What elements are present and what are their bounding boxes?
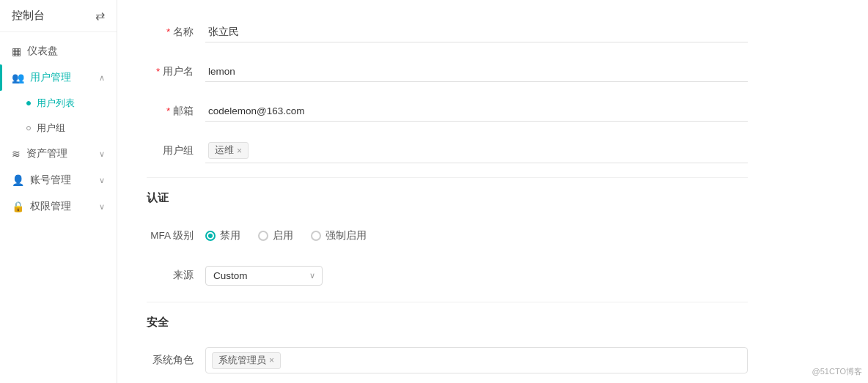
inactive-dot-icon: [26, 126, 31, 130]
sidebar-item-user-management[interactable]: 👥 用户管理 ∧: [0, 64, 117, 91]
mfa-enabled-option[interactable]: 启用: [258, 229, 293, 242]
tag-label: 运维: [215, 144, 234, 157]
radio-disabled-indicator: [205, 231, 216, 241]
mfa-disabled-option[interactable]: 禁用: [205, 229, 240, 242]
radio-force-enabled-indicator: [311, 231, 321, 241]
sidebar-item-label: 权限管理: [30, 200, 71, 213]
mfa-label: MFA 级别: [147, 229, 205, 242]
usergroup-tag-field[interactable]: 运维 ×: [205, 138, 748, 163]
form-container: 名称 用户名 邮箱 用户组 运维 × 认证 M: [117, 0, 777, 383]
chevron-down-icon3: ∨: [99, 202, 105, 212]
sidebar-menu: ▦ 仪表盘 👥 用户管理 ∧ 用户列表 用户组 ≋ 资产管理 ∨ �: [0, 32, 117, 383]
mfa-level-row: MFA 级别 禁用 启用 强制启用: [147, 223, 748, 249]
permission-icon: 🔒: [12, 201, 24, 212]
system-role-tag-field[interactable]: 系统管理员 ×: [205, 347, 748, 373]
role-tag-label: 系统管理员: [218, 354, 266, 367]
users-icon: 👥: [12, 72, 24, 83]
chevron-down-icon2: ∨: [99, 176, 105, 185]
username-input[interactable]: [205, 62, 748, 82]
email-label: 邮箱: [147, 105, 205, 118]
sidebar-item-dashboard[interactable]: ▦ 仪表盘: [0, 38, 117, 64]
dashboard-icon: ▦: [12, 45, 21, 57]
mfa-force-enabled-label: 强制启用: [326, 229, 367, 242]
active-dot-icon: [26, 101, 31, 105]
source-select[interactable]: Custom LDAP AD Radius: [205, 266, 323, 286]
sidebar-toggle-button[interactable]: ⇄: [95, 9, 105, 23]
sidebar-item-user-group[interactable]: 用户组: [0, 116, 117, 141]
sidebar-item-user-list[interactable]: 用户列表: [0, 91, 117, 116]
system-role-label: 系统角色: [147, 354, 205, 367]
name-input[interactable]: [205, 22, 748, 42]
email-input[interactable]: [205, 101, 748, 122]
name-field-row: 名称: [147, 19, 748, 45]
mfa-force-enabled-option[interactable]: 强制启用: [311, 229, 367, 242]
usergroup-label: 用户组: [147, 144, 205, 157]
system-role-tag: 系统管理员 ×: [212, 352, 281, 369]
auth-section-title: 认证: [147, 191, 748, 211]
mfa-disabled-label: 禁用: [220, 229, 240, 242]
sidebar-item-asset-management[interactable]: ≋ 资产管理 ∨: [0, 141, 117, 167]
sidebar-item-label: 仪表盘: [27, 45, 58, 58]
source-select-wrapper: Custom LDAP AD Radius: [205, 266, 323, 286]
chevron-down-icon: ∨: [99, 149, 105, 159]
account-icon: 👤: [12, 174, 24, 186]
username-field-row: 用户名: [147, 59, 748, 85]
asset-icon: ≋: [12, 148, 21, 160]
name-label: 名称: [147, 26, 205, 39]
email-field-row: 邮箱: [147, 98, 748, 124]
security-section-title: 安全: [147, 316, 748, 335]
watermark: @51CTO博客: [812, 366, 862, 377]
system-role-row: 系统角色 系统管理员 ×: [147, 347, 748, 373]
mfa-enabled-label: 启用: [273, 229, 293, 242]
chevron-up-icon: ∧: [99, 73, 105, 83]
usergroup-field-row: 用户组 运维 ×: [147, 138, 748, 164]
section-divider-security: [147, 302, 748, 302]
sidebar: 控制台 ⇄ ▦ 仪表盘 👥 用户管理 ∧ 用户列表 用户组 ≋ 资产管: [0, 0, 117, 383]
user-management-submenu: 用户列表 用户组: [0, 91, 117, 141]
mfa-radio-group: 禁用 启用 强制启用: [205, 229, 367, 242]
main-content: 名称 用户名 邮箱 用户组 运维 × 认证 M: [117, 0, 868, 383]
usergroup-tag: 运维 ×: [208, 142, 249, 159]
sidebar-item-label: 账号管理: [30, 174, 71, 187]
sidebar-item-label: 用户管理: [30, 71, 71, 84]
radio-enabled-indicator: [258, 231, 268, 241]
sub-item-label: 用户组: [37, 122, 65, 135]
sidebar-header: 控制台 ⇄: [0, 0, 117, 32]
sidebar-item-permission-management[interactable]: 🔒 权限管理 ∨: [0, 193, 117, 220]
source-label: 来源: [147, 269, 205, 282]
source-field-row: 来源 Custom LDAP AD Radius: [147, 262, 748, 289]
sidebar-item-label: 资产管理: [26, 147, 67, 160]
tag-remove-button[interactable]: ×: [237, 146, 242, 156]
section-divider-auth: [147, 177, 748, 178]
sidebar-item-account-management[interactable]: 👤 账号管理 ∨: [0, 167, 117, 193]
role-tag-remove-button[interactable]: ×: [269, 355, 274, 365]
sub-item-label: 用户列表: [37, 97, 75, 110]
username-label: 用户名: [147, 65, 205, 78]
sidebar-title: 控制台: [12, 9, 45, 23]
